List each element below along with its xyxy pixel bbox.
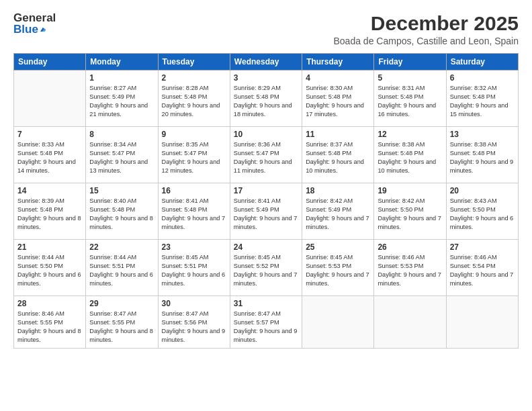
day-info: Sunrise: 8:44 AMSunset: 5:51 PMDaylight:…	[89, 253, 154, 288]
day-info: Sunrise: 8:33 AMSunset: 5:48 PMDaylight:…	[17, 140, 82, 175]
calendar-cell: 30Sunrise: 8:47 AMSunset: 5:56 PMDayligh…	[158, 296, 230, 349]
day-number: 16	[162, 186, 226, 195]
day-info: Sunrise: 8:46 AMSunset: 5:55 PMDaylight:…	[17, 310, 82, 345]
week-row-2: 7Sunrise: 8:33 AMSunset: 5:48 PMDaylight…	[14, 127, 519, 183]
week-row-5: 28Sunrise: 8:46 AMSunset: 5:55 PMDayligh…	[14, 296, 519, 349]
day-info: Sunrise: 8:27 AMSunset: 5:49 PMDaylight:…	[89, 84, 154, 119]
day-number: 28	[17, 299, 82, 308]
day-info: Sunrise: 8:46 AMSunset: 5:54 PMDaylight:…	[450, 253, 515, 288]
calendar-cell: 21Sunrise: 8:44 AMSunset: 5:50 PMDayligh…	[14, 240, 86, 296]
day-number: 23	[162, 242, 226, 252]
calendar-cell	[446, 296, 518, 349]
day-number: 19	[378, 186, 442, 195]
day-number: 12	[378, 130, 442, 139]
day-info: Sunrise: 8:29 AMSunset: 5:48 PMDaylight:…	[234, 84, 298, 119]
calendar-cell: 31Sunrise: 8:47 AMSunset: 5:57 PMDayligh…	[230, 296, 302, 349]
calendar-cell: 13Sunrise: 8:38 AMSunset: 5:48 PMDayligh…	[446, 127, 518, 183]
calendar-table: SundayMondayTuesdayWednesdayThursdayFrid…	[13, 53, 519, 349]
calendar-cell: 27Sunrise: 8:46 AMSunset: 5:54 PMDayligh…	[446, 240, 518, 296]
calendar-cell: 9Sunrise: 8:35 AMSunset: 5:47 PMDaylight…	[158, 127, 230, 183]
calendar-cell: 5Sunrise: 8:31 AMSunset: 5:48 PMDaylight…	[374, 71, 446, 127]
day-number: 21	[17, 242, 82, 252]
week-row-3: 14Sunrise: 8:39 AMSunset: 5:48 PMDayligh…	[14, 183, 519, 240]
calendar-cell: 23Sunrise: 8:45 AMSunset: 5:51 PMDayligh…	[158, 240, 230, 296]
page: General Blue December 2025 Boada de Camp…	[0, 0, 532, 411]
logo: General Blue	[13, 12, 46, 38]
weekday-header-wednesday: Wednesday	[230, 54, 302, 71]
calendar-cell: 25Sunrise: 8:45 AMSunset: 5:53 PMDayligh…	[302, 240, 374, 296]
day-number: 2	[162, 73, 226, 83]
month-title: December 2025	[333, 12, 519, 34]
day-info: Sunrise: 8:39 AMSunset: 5:48 PMDaylight:…	[17, 197, 82, 232]
calendar-cell: 6Sunrise: 8:32 AMSunset: 5:48 PMDaylight…	[446, 71, 518, 127]
day-info: Sunrise: 8:30 AMSunset: 5:48 PMDaylight:…	[306, 84, 370, 119]
day-number: 18	[306, 186, 370, 195]
day-info: Sunrise: 8:47 AMSunset: 5:56 PMDaylight:…	[162, 310, 226, 345]
calendar-cell: 28Sunrise: 8:46 AMSunset: 5:55 PMDayligh…	[14, 296, 86, 349]
day-info: Sunrise: 8:38 AMSunset: 5:48 PMDaylight:…	[450, 140, 515, 175]
day-number: 11	[306, 130, 370, 139]
calendar-cell: 16Sunrise: 8:41 AMSunset: 5:48 PMDayligh…	[158, 183, 230, 240]
day-number: 6	[450, 73, 515, 83]
day-info: Sunrise: 8:45 AMSunset: 5:52 PMDaylight:…	[234, 253, 298, 288]
calendar-cell: 3Sunrise: 8:29 AMSunset: 5:48 PMDaylight…	[230, 71, 302, 127]
calendar-cell: 1Sunrise: 8:27 AMSunset: 5:49 PMDaylight…	[86, 71, 158, 127]
calendar-cell	[374, 296, 446, 349]
day-number: 1	[89, 73, 154, 83]
day-number: 24	[234, 242, 298, 252]
day-info: Sunrise: 8:32 AMSunset: 5:48 PMDaylight:…	[450, 84, 515, 119]
day-number: 3	[234, 73, 298, 83]
day-number: 7	[17, 130, 82, 139]
day-info: Sunrise: 8:44 AMSunset: 5:50 PMDaylight:…	[17, 253, 82, 288]
weekday-header-saturday: Saturday	[446, 54, 518, 71]
calendar-cell: 15Sunrise: 8:40 AMSunset: 5:48 PMDayligh…	[86, 183, 158, 240]
day-info: Sunrise: 8:36 AMSunset: 5:47 PMDaylight:…	[234, 140, 298, 175]
day-info: Sunrise: 8:38 AMSunset: 5:48 PMDaylight:…	[378, 140, 442, 175]
header: General Blue December 2025 Boada de Camp…	[13, 12, 519, 46]
calendar-cell: 8Sunrise: 8:34 AMSunset: 5:47 PMDaylight…	[86, 127, 158, 183]
day-number: 8	[89, 130, 154, 139]
day-number: 27	[450, 242, 515, 252]
day-number: 13	[450, 130, 515, 139]
day-info: Sunrise: 8:41 AMSunset: 5:48 PMDaylight:…	[162, 197, 226, 232]
calendar-cell: 19Sunrise: 8:42 AMSunset: 5:50 PMDayligh…	[374, 183, 446, 240]
day-info: Sunrise: 8:42 AMSunset: 5:49 PMDaylight:…	[306, 197, 370, 232]
day-info: Sunrise: 8:46 AMSunset: 5:53 PMDaylight:…	[378, 253, 442, 288]
week-row-4: 21Sunrise: 8:44 AMSunset: 5:50 PMDayligh…	[14, 240, 519, 296]
calendar-cell: 11Sunrise: 8:37 AMSunset: 5:48 PMDayligh…	[302, 127, 374, 183]
calendar-cell: 14Sunrise: 8:39 AMSunset: 5:48 PMDayligh…	[14, 183, 86, 240]
day-number: 26	[378, 242, 442, 252]
weekday-header-row: SundayMondayTuesdayWednesdayThursdayFrid…	[14, 54, 519, 71]
calendar-cell	[14, 71, 86, 127]
day-info: Sunrise: 8:34 AMSunset: 5:47 PMDaylight:…	[89, 140, 154, 175]
day-info: Sunrise: 8:28 AMSunset: 5:48 PMDaylight:…	[162, 84, 226, 119]
day-info: Sunrise: 8:45 AMSunset: 5:53 PMDaylight:…	[306, 253, 370, 288]
day-number: 17	[234, 186, 298, 195]
weekday-header-sunday: Sunday	[14, 54, 86, 71]
calendar-cell: 22Sunrise: 8:44 AMSunset: 5:51 PMDayligh…	[86, 240, 158, 296]
calendar-cell	[302, 296, 374, 349]
day-number: 4	[306, 73, 370, 83]
day-info: Sunrise: 8:47 AMSunset: 5:55 PMDaylight:…	[89, 310, 154, 345]
weekday-header-tuesday: Tuesday	[158, 54, 230, 71]
logo-icon	[40, 24, 46, 35]
day-number: 25	[306, 242, 370, 252]
location-title: Boada de Campos, Castille and Leon, Spai…	[333, 36, 519, 46]
day-number: 20	[450, 186, 515, 195]
day-number: 22	[89, 242, 154, 252]
day-info: Sunrise: 8:41 AMSunset: 5:49 PMDaylight:…	[234, 197, 298, 232]
day-info: Sunrise: 8:43 AMSunset: 5:50 PMDaylight:…	[450, 197, 515, 232]
calendar-cell: 12Sunrise: 8:38 AMSunset: 5:48 PMDayligh…	[374, 127, 446, 183]
day-info: Sunrise: 8:37 AMSunset: 5:48 PMDaylight:…	[306, 140, 370, 175]
calendar-cell: 26Sunrise: 8:46 AMSunset: 5:53 PMDayligh…	[374, 240, 446, 296]
day-number: 15	[89, 186, 154, 195]
day-number: 9	[162, 130, 226, 139]
day-number: 14	[17, 186, 82, 195]
day-info: Sunrise: 8:35 AMSunset: 5:47 PMDaylight:…	[162, 140, 226, 175]
day-number: 10	[234, 130, 298, 139]
calendar-cell: 18Sunrise: 8:42 AMSunset: 5:49 PMDayligh…	[302, 183, 374, 240]
weekday-header-friday: Friday	[374, 54, 446, 71]
calendar-cell: 4Sunrise: 8:30 AMSunset: 5:48 PMDaylight…	[302, 71, 374, 127]
calendar-cell: 29Sunrise: 8:47 AMSunset: 5:55 PMDayligh…	[86, 296, 158, 349]
calendar-cell: 20Sunrise: 8:43 AMSunset: 5:50 PMDayligh…	[446, 183, 518, 240]
